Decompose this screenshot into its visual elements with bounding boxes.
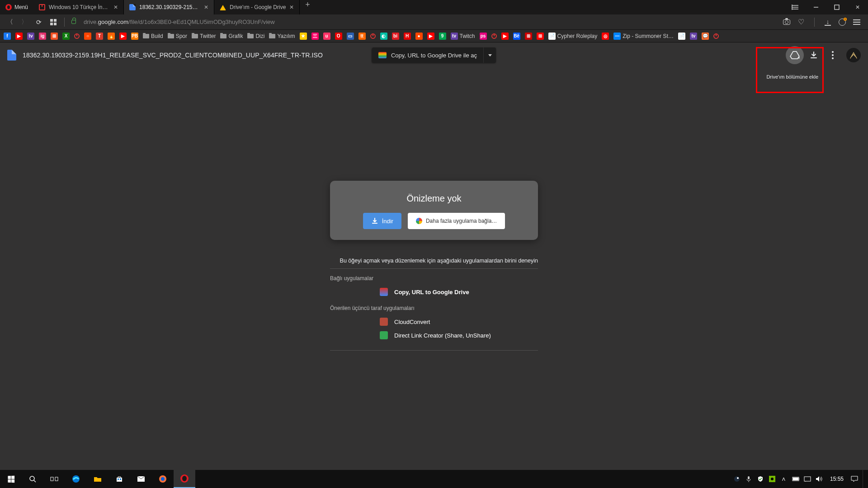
tray-nvidia[interactable] — [769, 475, 776, 483]
tray-security[interactable] — [757, 475, 764, 483]
bookmark-item[interactable]: 💬 — [702, 33, 709, 40]
bookmark-item[interactable]: ○ — [84, 33, 91, 40]
bookmark-item[interactable]: ▭ — [347, 33, 354, 40]
bookmark-folder[interactable]: Build — [143, 33, 163, 39]
tab-1[interactable]: 18362.30.190329-2159.19H… ✕ — [124, 0, 214, 14]
close-icon[interactable]: ✕ — [289, 4, 294, 10]
window-close-button[interactable]: ✕ — [847, 0, 868, 14]
download-button[interactable] — [805, 46, 823, 64]
bookmark-item[interactable]: —Zip - Summoner St… — [613, 33, 674, 40]
download-file-button[interactable]: İndir — [363, 213, 401, 229]
taskbar-store[interactable] — [108, 470, 130, 488]
bookmark-item[interactable] — [713, 33, 719, 39]
easy-setup-button[interactable] — [853, 18, 861, 26]
add-to-drive-button[interactable]: + — [786, 46, 804, 64]
nav-back-button[interactable]: 〈 — [4, 16, 16, 28]
sidebar-toggle-button[interactable] — [785, 0, 806, 14]
bookmark-item[interactable]: ps — [480, 33, 487, 40]
suggested-app-row[interactable]: Direct Link Creator (Share, UnShare) — [330, 328, 538, 342]
opera-menu-button[interactable]: Menü — [0, 0, 33, 14]
tab-0[interactable]: Windows 10 Türkçe İndirm… ✕ — [33, 0, 124, 14]
task-view-button[interactable] — [43, 470, 65, 488]
close-icon[interactable]: ✕ — [204, 4, 208, 10]
tray-steam[interactable] — [733, 475, 741, 483]
bookmark-item[interactable]: ⊞ — [525, 33, 532, 40]
bookmark-folder[interactable]: Twitter — [192, 33, 216, 39]
open-with-dropdown[interactable]: Copy, URL to Google Drive ile aç — [372, 47, 496, 63]
bookmark-folder[interactable]: Spor — [168, 33, 187, 39]
bookmark-item[interactable]: X — [62, 33, 70, 40]
bookmark-item[interactable]: ◎ — [602, 33, 609, 40]
taskbar-firefox[interactable] — [152, 470, 174, 488]
bookmark-item[interactable]: ▶ — [501, 33, 509, 40]
bookmark-item[interactable] — [370, 33, 376, 39]
bookmark-item[interactable]: 🔥 — [108, 33, 115, 40]
tray-overflow[interactable]: ᐱ — [780, 475, 788, 483]
bookmark-item[interactable]: PB — [131, 33, 138, 40]
bookmark-item[interactable] — [491, 33, 497, 39]
taskbar-clock[interactable]: 15:55 — [827, 476, 846, 482]
bookmark-item[interactable]: bi — [392, 33, 399, 40]
taskbar-edge[interactable] — [65, 470, 87, 488]
bookmark-item[interactable]: tvTwitch — [451, 33, 475, 40]
new-tab-button[interactable]: + — [300, 0, 316, 14]
tab-2[interactable]: Drive'ım - Google Drive ✕ — [214, 0, 300, 14]
window-maximize-button[interactable] — [826, 0, 847, 14]
bookmark-item[interactable]: T — [96, 33, 103, 40]
bookmark-item[interactable]: O — [335, 33, 342, 40]
bookmark-item[interactable]: ◐ — [380, 33, 387, 40]
bookmark-item[interactable]: H — [404, 33, 411, 40]
nav-reload-button[interactable]: ⟳ — [33, 16, 45, 28]
bookmark-item[interactable]: ⊞ — [537, 33, 544, 40]
bookmark-item[interactable]: ⊞ — [51, 33, 58, 40]
bookmark-item[interactable]: ▶ — [15, 33, 23, 40]
more-actions-button[interactable] — [824, 46, 842, 64]
bookmark-item[interactable]: 9 — [439, 33, 446, 40]
bookmark-item[interactable]: ig — [39, 33, 46, 40]
taskbar-mail[interactable] — [130, 470, 152, 488]
bookmark-item[interactable]: ▶ — [427, 33, 434, 40]
bookmark-item[interactable]: tt — [359, 33, 366, 40]
speed-dial-button[interactable] — [47, 16, 60, 28]
tray-mic[interactable] — [745, 475, 752, 483]
show-desktop-button[interactable] — [863, 470, 865, 488]
downloads-button[interactable] — [824, 18, 832, 26]
bookmark-item[interactable]: tv — [27, 33, 34, 40]
bookmark-item[interactable]: ● — [415, 33, 423, 40]
taskbar-opera[interactable] — [174, 470, 195, 488]
snapshot-button[interactable] — [783, 18, 791, 26]
connect-apps-button[interactable]: Daha fazla uygulama bağla… — [408, 213, 505, 229]
nav-forward-button[interactable]: 〉 — [18, 16, 31, 28]
bookmark-item[interactable]: f — [4, 33, 11, 40]
user-avatar[interactable] — [846, 48, 861, 62]
bookmark-item[interactable]: Bē — [513, 33, 520, 40]
tray-volume[interactable] — [816, 475, 823, 483]
bookmark-item[interactable]: tv — [690, 33, 697, 40]
connected-app-row[interactable]: Copy, URL to Google Drive — [330, 285, 538, 299]
site-security-button[interactable] — [69, 16, 82, 28]
bookmark-button[interactable]: ♡ — [797, 18, 805, 26]
tray-battery[interactable] — [792, 475, 799, 483]
search-button[interactable] — [22, 470, 43, 488]
bookmark-item[interactable]: 📄 — [678, 33, 685, 40]
bookmark-item[interactable]: 三 — [311, 33, 319, 40]
bookmark-item[interactable] — [74, 33, 80, 39]
taskbar-explorer[interactable] — [87, 470, 108, 488]
bookmark-item[interactable]: ★ — [300, 33, 307, 40]
tray-network[interactable] — [804, 475, 811, 483]
url-display[interactable]: drive.google.com/file/d/1o6x3BE0-eEd1QML… — [84, 19, 275, 25]
start-button[interactable] — [0, 470, 22, 488]
action-center-button[interactable] — [851, 475, 858, 483]
suggested-app-row[interactable]: CloudConvert — [330, 315, 538, 328]
close-icon[interactable]: ✕ — [113, 4, 118, 10]
open-with-main[interactable]: Copy, URL to Google Drive ile aç — [372, 52, 483, 59]
bookmark-item[interactable]: u — [323, 33, 330, 40]
bookmark-item[interactable]: ▶ — [119, 33, 127, 40]
bookmark-folder[interactable]: Dizi — [247, 33, 264, 39]
bookmark-item[interactable]: 📄Cypher Roleplay — [548, 33, 598, 40]
profile-button[interactable]: 1 — [838, 18, 846, 26]
bookmark-folder[interactable]: Grafik — [220, 33, 243, 39]
open-with-caret[interactable] — [483, 47, 496, 63]
bookmark-folder[interactable]: Yazılım — [269, 33, 295, 39]
window-minimize-button[interactable] — [806, 0, 826, 14]
